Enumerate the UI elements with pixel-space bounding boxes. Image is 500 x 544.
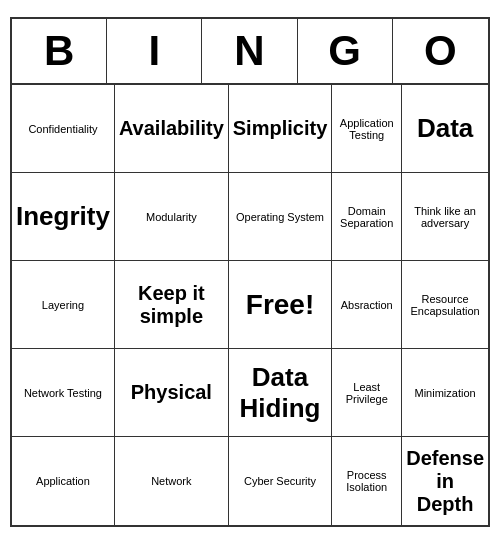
bingo-cell: Data Hiding: [229, 349, 332, 437]
bingo-grid: ConfidentialityAvailabilitySimplicityApp…: [12, 85, 488, 525]
bingo-cell: Confidentiality: [12, 85, 115, 173]
bingo-cell: Minimization: [402, 349, 488, 437]
bingo-card: BINGO ConfidentialityAvailabilitySimplic…: [10, 17, 490, 527]
bingo-cell: Layering: [12, 261, 115, 349]
header-letter: O: [393, 19, 488, 83]
bingo-cell: Resource Encapsulation: [402, 261, 488, 349]
bingo-cell: Free!: [229, 261, 332, 349]
bingo-cell: Network Testing: [12, 349, 115, 437]
bingo-cell: Application Testing: [332, 85, 402, 173]
header-letter: I: [107, 19, 202, 83]
bingo-cell: Inegrity: [12, 173, 115, 261]
bingo-cell: Application: [12, 437, 115, 525]
bingo-cell: Least Privilege: [332, 349, 402, 437]
bingo-cell: Operating System: [229, 173, 332, 261]
bingo-cell: Process Isolation: [332, 437, 402, 525]
bingo-cell: Availability: [115, 85, 229, 173]
bingo-cell: Network: [115, 437, 229, 525]
bingo-cell: Cyber Security: [229, 437, 332, 525]
header-letter: B: [12, 19, 107, 83]
bingo-cell: Domain Separation: [332, 173, 402, 261]
bingo-cell: Data: [402, 85, 488, 173]
bingo-cell: Think like an adversary: [402, 173, 488, 261]
bingo-cell: Simplicity: [229, 85, 332, 173]
bingo-cell: Defense in Depth: [402, 437, 488, 525]
header-letter: G: [298, 19, 393, 83]
header-letter: N: [202, 19, 297, 83]
bingo-cell: Absraction: [332, 261, 402, 349]
bingo-cell: Keep it simple: [115, 261, 229, 349]
bingo-cell: Modularity: [115, 173, 229, 261]
bingo-header: BINGO: [12, 19, 488, 85]
bingo-cell: Physical: [115, 349, 229, 437]
